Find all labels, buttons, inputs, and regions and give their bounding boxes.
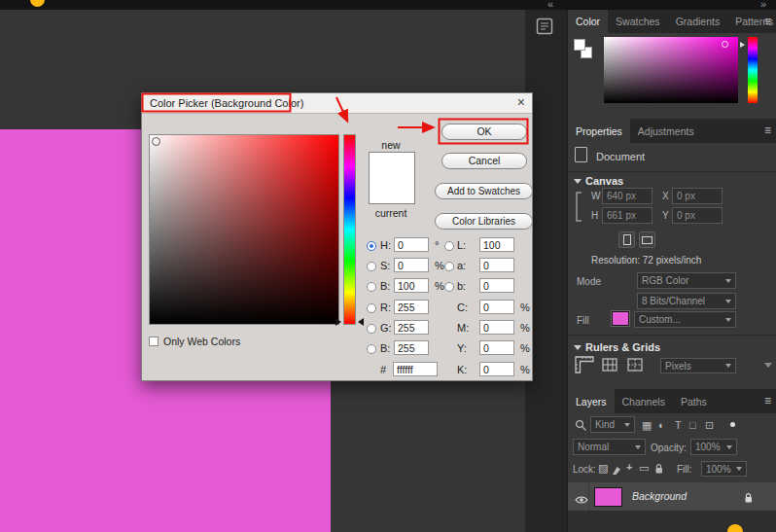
g-input[interactable] [394,320,429,335]
guides-icon[interactable] [627,358,643,375]
canvas-section-header[interactable]: Canvas [585,175,623,187]
width-field[interactable]: 640 px [602,188,653,204]
y-input[interactable] [479,340,514,355]
cancel-button[interactable]: Cancel [441,153,527,169]
l-input[interactable] [479,237,514,252]
a-input[interactable] [479,258,514,272]
radio-b2[interactable] [367,344,376,354]
mode-select[interactable]: RGB Color [637,272,736,289]
color-panel-menu-icon[interactable]: ≡ [764,15,771,28]
tab-gradients[interactable]: Gradients [668,10,728,33]
properties-panel-menu-icon[interactable]: ≡ [764,124,771,137]
radio-b-small[interactable] [444,282,454,292]
r-label: R: [380,301,391,313]
tab-adjustments[interactable]: Adjustments [630,119,702,143]
fill-select[interactable]: Custom... [634,311,736,328]
close-icon[interactable]: × [517,94,525,110]
tab-color[interactable]: Color [568,10,608,33]
layer-fill-select[interactable]: 100% [701,461,747,477]
radio-l[interactable] [444,241,454,251]
radio-b[interactable] [367,282,376,292]
s-input[interactable] [394,258,429,272]
tab-layers[interactable]: Layers [568,389,615,413]
radio-a[interactable] [444,262,454,271]
lock-row-label: Lock: [573,464,596,475]
lock-transparency-icon[interactable]: ▨ [598,463,608,474]
b2-input[interactable] [394,340,429,355]
canvas-section-chevron-icon[interactable] [574,179,582,184]
r-input[interactable] [394,300,429,314]
color-marker[interactable] [152,137,160,146]
bit-depth-select[interactable]: 8 Bits/Channel [637,293,736,309]
filter-shape-layers-icon[interactable]: □ [689,419,696,431]
b-label: B: [380,280,390,292]
saturation-brightness-field[interactable] [149,134,339,325]
panel-color-marker[interactable] [722,41,728,48]
hex-input[interactable] [393,362,438,376]
tab-properties[interactable]: Properties [568,119,630,143]
c-input[interactable] [479,300,514,314]
filter-toggle-icon[interactable] [730,422,735,427]
current-color-swatch [370,178,414,203]
orientation-portrait-button[interactable] [618,231,635,248]
panel-scroll-chevron-icon[interactable] [764,363,772,368]
foreground-color-swatch[interactable] [574,39,585,51]
height-field[interactable]: 661 px [602,207,653,224]
tab-swatches[interactable]: Swatches [608,10,668,33]
lock-all-icon[interactable] [654,461,664,479]
lock-paint-icon[interactable] [612,462,622,479]
filter-smart-objects-icon[interactable]: ⊡ [705,419,714,431]
filter-pixel-layers-icon[interactable]: ▦ [642,419,652,431]
hue-slider[interactable] [343,134,356,325]
layer-name[interactable]: Background [632,490,687,502]
y-field[interactable]: 0 px [672,207,723,224]
lock-position-icon[interactable]: + [626,462,632,473]
rulers-grids-header[interactable]: Rulers & Grids [585,341,660,353]
radio-s[interactable] [367,262,376,271]
radio-g[interactable] [367,324,376,334]
panel-hue-marker[interactable] [740,42,745,48]
ruler-icon[interactable] [575,356,594,377]
only-web-colors-checkbox[interactable] [149,337,159,346]
b-input[interactable] [394,278,429,293]
tab-channels[interactable]: Channels [615,389,673,413]
layers-panel-menu-icon[interactable]: ≡ [764,394,771,408]
m-input[interactable] [479,320,514,335]
h-input[interactable] [394,237,429,252]
collapse-panels-icon[interactable]: « [547,0,553,10]
expand-panels-icon[interactable]: » [760,0,766,10]
add-to-swatches-button[interactable]: Add to Swatches [435,183,533,199]
collapsed-panel-icon[interactable] [536,18,559,41]
color-libraries-button[interactable]: Color Libraries [435,213,533,230]
layer-thumbnail[interactable] [594,487,622,507]
lock-artboard-icon[interactable]: ▭ [639,463,649,474]
layer-row-background[interactable]: Background [568,482,776,511]
hue-slider-arrow-right[interactable] [358,318,364,326]
tab-paths[interactable]: Paths [673,389,715,413]
b-small-input[interactable] [479,278,514,293]
units-select[interactable]: Pixels [660,358,736,373]
panel-saturation-field[interactable] [604,37,738,103]
orientation-landscape-button[interactable] [639,231,655,248]
kind-filter-select[interactable]: Kind [590,416,635,433]
blend-mode-select[interactable]: Normal [573,439,646,455]
opacity-select[interactable]: 100% [690,439,737,455]
radio-h[interactable] [367,241,376,251]
link-dimensions-icon[interactable] [573,189,584,229]
g-label: G: [380,322,392,334]
grid-icon[interactable] [602,358,617,375]
fill-color-swatch[interactable] [612,311,629,326]
a-label: a: [457,260,466,271]
x-field[interactable]: 0 px [672,188,723,204]
radio-r[interactable] [367,303,376,313]
filter-adjustment-layers-icon[interactable]: ◐ [658,419,665,431]
rulers-section-chevron-icon[interactable] [574,345,582,350]
height-label: H [591,210,598,221]
fill-label: Fill [577,315,589,326]
ok-button[interactable]: OK [441,124,527,140]
k-input[interactable] [479,362,514,376]
panel-hue-slider[interactable] [748,37,758,103]
filter-type-layers-icon[interactable]: T [675,419,682,431]
visibility-eye-icon[interactable] [575,491,588,509]
hue-slider-arrow-left[interactable] [335,318,341,326]
